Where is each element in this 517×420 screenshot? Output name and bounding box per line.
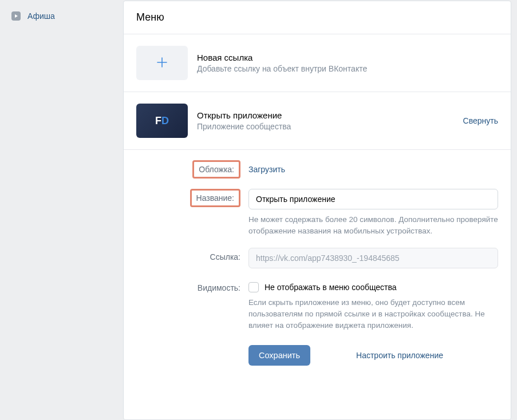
form-row-actions: Сохранить Настроить приложение [136,342,498,366]
sidebar-item-label: Афиша [27,11,55,21]
app-form: Обложка: Загрузить Название: Не может со… [124,150,511,389]
app-card-title: Открыть приложение [197,110,454,120]
form-row-name: Название: Не может содержать более 20 си… [136,189,498,237]
app-card-subtitle: Приложение сообщества [197,122,454,131]
plus-icon [155,56,169,71]
new-link-title: Новая ссылка [197,53,498,62]
save-button[interactable]: Сохранить [248,345,310,366]
collapse-link[interactable]: Свернуть [463,116,498,125]
new-link-card[interactable]: Новая ссылка Добавьте ссылку на объект в… [124,34,511,92]
add-thumbnail [136,46,188,80]
visibility-help-text: Если скрыть приложение из меню, оно буде… [248,297,498,332]
upload-cover-link[interactable]: Загрузить [248,160,285,174]
form-row-visibility: Видимость: Не отображать в меню сообщест… [136,279,498,332]
main-card: Меню Новая ссылка Добавьте ссылку на объ… [123,1,511,420]
visibility-label: Видимость: [198,283,240,292]
new-link-subtitle: Добавьте ссылку на объект внутри ВКонтак… [197,64,498,73]
play-square-icon [10,10,22,22]
app-thumbnail: FD [136,104,188,138]
name-label: Название: [190,189,240,207]
visibility-checkbox-label[interactable]: Не отображать в меню сообщества [265,283,397,292]
name-input[interactable] [248,189,498,209]
app-card: FD Открыть приложение Приложение сообщес… [124,92,511,150]
sidebar: Афиша [6,0,115,420]
page-title: Меню [124,1,511,34]
name-help-text: Не может содержать более 20 символов. До… [248,214,498,237]
visibility-checkbox[interactable] [248,282,259,292]
configure-app-link[interactable]: Настроить приложение [356,351,443,360]
form-row-cover: Обложка: Загрузить [136,160,498,179]
form-row-link: Ссылка: [136,248,498,268]
link-input[interactable] [248,248,498,268]
sidebar-item-afisha[interactable]: Афиша [6,7,115,25]
link-label: Ссылка: [210,252,240,261]
cover-label: Обложка: [192,160,240,179]
